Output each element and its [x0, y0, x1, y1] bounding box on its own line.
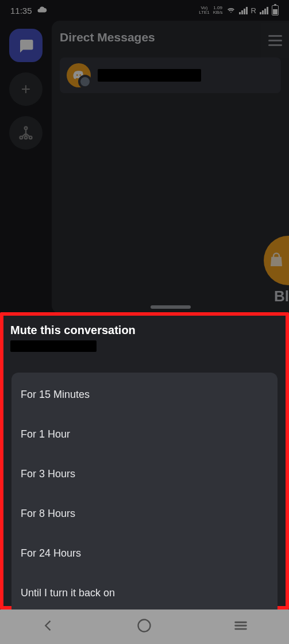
mute-option-until-off[interactable]: Until I turn it back on [11, 573, 278, 610]
bag-icon [268, 252, 285, 269]
dm-username-redacted [98, 69, 201, 82]
dm-panel-header: Direct Messages [60, 29, 281, 46]
mute-option-3-hours[interactable]: For 3 Hours [11, 454, 278, 494]
sheet-title: Mute this conversation [10, 324, 279, 337]
volte-indicator: Vo) LTE1 [199, 6, 210, 15]
panel-drag-handle[interactable] [151, 305, 191, 309]
mute-option-8-hours[interactable]: For 8 Hours [11, 494, 278, 534]
hub-icon [18, 125, 34, 141]
circle-icon [136, 618, 152, 634]
status-time: 11:35 [10, 6, 32, 16]
dm-panel-title: Direct Messages [60, 30, 155, 44]
discover-button[interactable] [9, 116, 43, 150]
avatar-wrap [67, 63, 91, 87]
mute-option-24-hours[interactable]: For 24 Hours [11, 534, 278, 573]
presence-offline-icon [78, 75, 92, 89]
status-right: Vo) LTE1 1.09 KB/s R [199, 5, 279, 16]
battery-icon [272, 5, 279, 16]
mute-options-list: For 15 Minutes For 1 Hour For 3 Hours Fo… [11, 373, 278, 610]
nav-recent-button[interactable] [233, 618, 249, 636]
mute-option-15-minutes[interactable]: For 15 Minutes [11, 375, 278, 415]
menu-icon [233, 618, 249, 634]
server-rail: + [0, 21, 52, 313]
svg-point-4 [138, 620, 151, 632]
system-nav-bar [0, 610, 289, 644]
cloud-icon [37, 5, 47, 17]
add-server-button[interactable]: + [9, 72, 43, 106]
chat-bubble-icon [17, 37, 34, 54]
app-screen: 11:35 Vo) LTE1 1.09 KB/s R [0, 0, 289, 610]
sheet-subtitle-redacted [10, 340, 97, 352]
data-rate: 1.09 KB/s [213, 6, 223, 15]
hamburger-icon [268, 35, 282, 46]
wifi-icon [226, 5, 236, 16]
nav-back-button[interactable] [40, 618, 56, 636]
signal-2-icon [260, 7, 268, 14]
svg-point-0 [25, 127, 28, 130]
right-drawer-peek[interactable] [261, 23, 289, 57]
sheet-header: Mute this conversation [3, 316, 286, 358]
main-content: + Direct Messages [0, 21, 289, 313]
plus-icon: + [21, 80, 30, 98]
roaming-indicator: R [251, 6, 256, 15]
nav-home-button[interactable] [136, 618, 152, 636]
right-peek-text: Bl [274, 288, 289, 305]
status-left: 11:35 [10, 5, 47, 17]
signal-1-icon [239, 7, 248, 14]
dm-panel: Direct Messages [52, 21, 289, 313]
dm-list-item[interactable] [60, 57, 281, 93]
dm-home-button[interactable] [9, 29, 43, 62]
mute-bottom-sheet: Mute this conversation For 15 Minutes Fo… [0, 312, 289, 610]
chevron-left-icon [40, 618, 56, 634]
mute-option-1-hour[interactable]: For 1 Hour [11, 415, 278, 454]
status-bar: 11:35 Vo) LTE1 1.09 KB/s R [0, 0, 289, 21]
